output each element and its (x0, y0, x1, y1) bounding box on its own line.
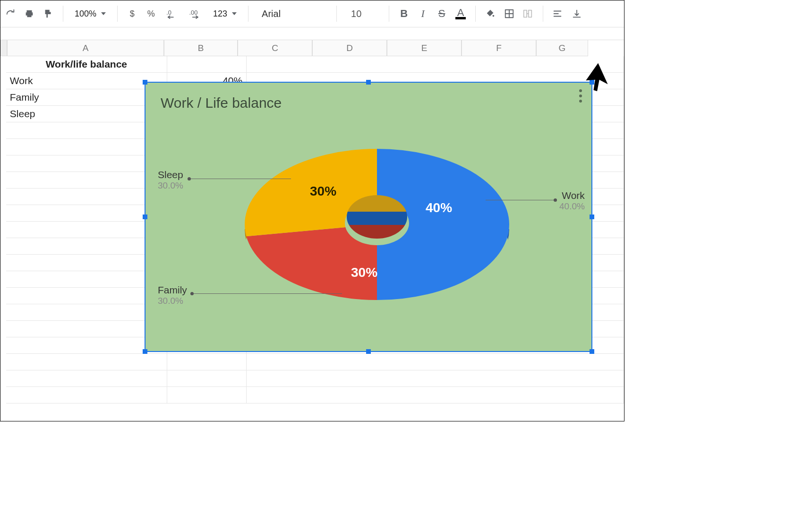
italic-button[interactable]: I (415, 6, 431, 22)
print-button[interactable] (21, 6, 37, 22)
toolbar: 100% $ % .0 .00 123 Arial 10 B I S A (0, 0, 624, 27)
label-family: Family30.0% (158, 284, 187, 307)
resize-handle-e[interactable] (590, 215, 594, 219)
svg-point-2 (493, 15, 495, 17)
cell-empty[interactable] (6, 139, 167, 155)
slice-pct-sleep: 30% (310, 184, 336, 199)
fill-color-button[interactable] (482, 6, 498, 22)
format-currency-button[interactable]: $ (124, 6, 140, 22)
merge-cells-button[interactable] (520, 6, 536, 22)
cell-B1[interactable] (167, 56, 247, 73)
chart-object[interactable]: Work / Life balance 40% 30% 30% Work40.0… (145, 82, 592, 352)
bold-button[interactable]: B (396, 6, 412, 22)
spreadsheet-grid: A B C D E F G Work/life balance Work 40%… (0, 40, 624, 403)
cell-empty[interactable] (6, 255, 167, 271)
font-size-value: 10 (351, 9, 361, 19)
cell-empty[interactable] (167, 370, 247, 387)
column-header-G[interactable]: G (536, 40, 588, 56)
label-sleep: Sleep30.0% (158, 169, 183, 191)
column-header-E[interactable]: E (387, 40, 462, 56)
cell-empty[interactable] (247, 387, 624, 403)
cell-empty[interactable] (247, 370, 624, 387)
cell-empty[interactable] (6, 122, 167, 139)
cell-empty[interactable] (6, 238, 167, 255)
number-format-label: 123 (213, 9, 227, 19)
column-header-A[interactable]: A (7, 40, 164, 56)
slice-pct-work: 40% (426, 200, 452, 215)
column-headers: A B C D E F G (0, 40, 624, 56)
cell-empty[interactable] (6, 189, 167, 205)
column-header-C[interactable]: C (238, 40, 312, 56)
zoom-value: 100% (75, 9, 96, 19)
cell-empty[interactable] (6, 222, 167, 238)
increase-decimal-button[interactable]: .00 (186, 6, 208, 22)
cell-empty[interactable] (167, 387, 247, 403)
zoom-dropdown[interactable]: 100% (70, 6, 111, 22)
vertical-align-button[interactable] (569, 6, 585, 22)
formula-bar[interactable] (0, 27, 624, 40)
cell-empty[interactable] (6, 155, 167, 172)
cell-empty[interactable] (6, 271, 167, 288)
label-work: Work40.0% (559, 189, 585, 212)
chart-title[interactable]: Work / Life balance (161, 95, 282, 111)
column-header-D[interactable]: D (312, 40, 387, 56)
font-family-value: Arial (262, 9, 281, 19)
svg-text:.00: .00 (189, 9, 198, 16)
slice-pct-family: 30% (351, 265, 377, 280)
cell-A3[interactable]: Family (6, 89, 167, 106)
cell-empty[interactable] (6, 370, 167, 387)
cell-empty[interactable] (6, 387, 167, 403)
borders-button[interactable] (501, 6, 517, 22)
font-family-dropdown[interactable]: Arial (255, 6, 330, 22)
format-percent-button[interactable]: % (143, 6, 159, 22)
select-all-corner[interactable] (0, 40, 7, 56)
cell-empty[interactable] (247, 354, 624, 370)
resize-handle-s[interactable] (366, 349, 371, 354)
cell-empty[interactable] (167, 354, 247, 370)
decrease-decimal-button[interactable]: .0 (162, 6, 183, 22)
cell-A1[interactable]: Work/life balance (6, 56, 167, 73)
cell-empty[interactable] (6, 304, 167, 321)
resize-handle-n[interactable] (366, 80, 371, 85)
horizontal-align-button[interactable] (550, 6, 566, 22)
resize-handle-nw[interactable] (143, 80, 147, 85)
cell-empty[interactable] (6, 172, 167, 189)
cell-empty[interactable] (6, 354, 167, 370)
cell-empty[interactable] (6, 288, 167, 304)
paint-format-button[interactable] (40, 6, 56, 22)
leader-work (486, 200, 556, 200)
resize-handle-w[interactable] (143, 215, 147, 219)
resize-handle-se[interactable] (590, 349, 594, 354)
leader-family (191, 293, 342, 294)
text-color-button[interactable]: A (453, 6, 469, 22)
cell-rest-1[interactable] (247, 56, 624, 73)
column-header-B[interactable]: B (164, 40, 238, 56)
number-format-dropdown[interactable]: 123 (211, 6, 241, 22)
leader-sleep (188, 179, 291, 179)
cell-empty[interactable] (6, 321, 167, 337)
redo-button[interactable] (2, 6, 18, 22)
font-size-dropdown[interactable]: 10 (343, 6, 382, 22)
strikethrough-button[interactable]: S (434, 6, 450, 22)
cell-A4[interactable]: Sleep (6, 106, 167, 122)
chart-menu-button[interactable] (579, 89, 582, 103)
donut-chart: 40% 30% 30% (245, 139, 509, 343)
resize-handle-sw[interactable] (143, 349, 147, 354)
column-header-F[interactable]: F (462, 40, 536, 56)
svg-text:.0: .0 (166, 9, 171, 16)
